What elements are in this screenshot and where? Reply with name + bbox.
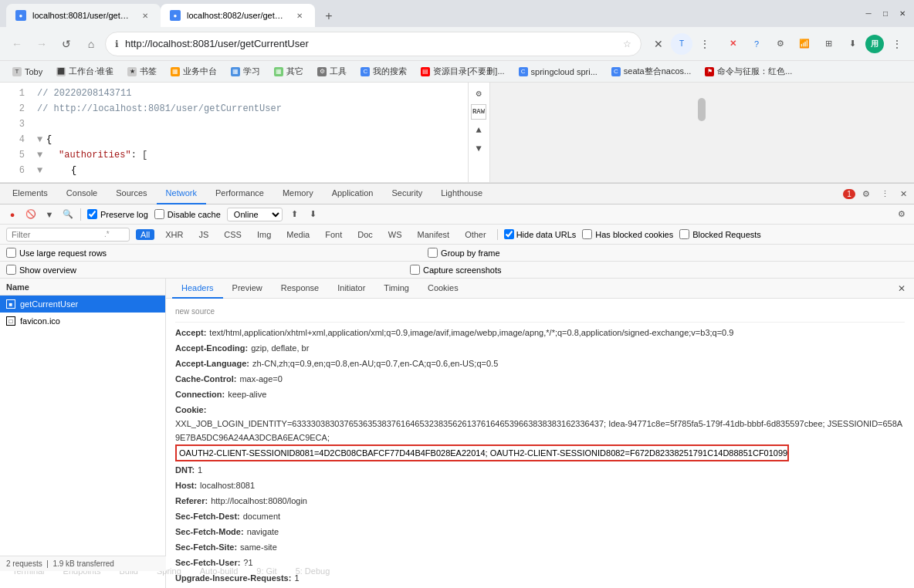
devtools-tab-lighthouse[interactable]: Lighthouse	[432, 183, 492, 204]
extension-4[interactable]: 📶	[794, 33, 815, 55]
json-expand-button[interactable]: ▲	[471, 123, 486, 138]
filter-font-button[interactable]: Font	[320, 229, 347, 240]
has-blocked-cookies-label[interactable]: Has blocked cookies	[582, 229, 673, 239]
devtools-settings-button[interactable]: ⚙	[858, 186, 874, 201]
minimize-button[interactable]: ─	[863, 8, 874, 19]
extension-6[interactable]: ⬇	[841, 33, 863, 55]
blocked-requests-label[interactable]: Blocked Requests	[679, 229, 761, 239]
filter-css-button[interactable]: CSS	[219, 229, 246, 240]
taskbar-git[interactable]: 9: Git	[250, 565, 283, 577]
profile-green[interactable]: 用	[865, 35, 884, 53]
filter-img-button[interactable]: Img	[252, 229, 276, 240]
network-settings-button[interactable]: ⚙	[895, 208, 908, 221]
filter-js-button[interactable]: JS	[194, 229, 213, 240]
bookmark-bookmarks[interactable]: ★ 书签	[121, 64, 163, 79]
devtools-tab-performance[interactable]: Performance	[206, 183, 273, 204]
tab-2[interactable]: ● localhost:8082/user/getCur... ✕	[161, 4, 315, 27]
json-collapse-button[interactable]: ▼	[471, 141, 486, 157]
json-settings-button[interactable]: ⚙	[471, 86, 486, 101]
maximize-button[interactable]: □	[880, 8, 891, 19]
details-tab-initiator[interactable]: Initiator	[328, 279, 374, 299]
profile-button[interactable]: T	[671, 33, 692, 55]
details-tab-preview[interactable]: Preview	[223, 279, 272, 299]
import-button[interactable]: ⬆	[289, 208, 301, 221]
filter-media-button[interactable]: Media	[282, 229, 314, 240]
group-by-frame-label[interactable]: Group by frame	[428, 248, 499, 258]
taskbar-auto-build[interactable]: Auto-build	[194, 565, 245, 577]
details-tab-headers[interactable]: Headers	[172, 279, 223, 299]
filter-doc-button[interactable]: Doc	[353, 229, 377, 240]
bookmark-other[interactable]: ▦ 其它	[268, 64, 310, 79]
bookmark-workspace[interactable]: ⬛ 工作台·谁雀	[50, 64, 120, 79]
reload-button[interactable]: ↺	[56, 33, 77, 55]
search-button[interactable]: 🔍	[62, 208, 74, 221]
bookmark-study[interactable]: ▦ 学习	[225, 64, 266, 79]
devtools-more-button[interactable]: ⋮	[877, 186, 892, 201]
extension-2[interactable]: ?	[746, 33, 767, 55]
extension-5[interactable]: ⊞	[818, 33, 839, 55]
bookmark-toby[interactable]: T Toby	[6, 66, 49, 78]
devtools-tab-security[interactable]: Security	[382, 183, 432, 204]
group-by-frame-checkbox[interactable]	[428, 248, 438, 258]
devtools-tab-application[interactable]: Application	[323, 183, 383, 204]
forward-button[interactable]: →	[31, 33, 52, 55]
close-details-panel-button[interactable]: ✕	[895, 282, 908, 295]
clear-button[interactable]: 🚫	[25, 208, 37, 221]
show-overview-checkbox[interactable]	[6, 265, 16, 275]
export-button[interactable]: ⬇	[307, 208, 320, 221]
browser-menu-button[interactable]: ⋮	[694, 33, 716, 55]
address-bar[interactable]: ℹ ☆	[105, 32, 641, 56]
use-large-rows-checkbox[interactable]	[6, 248, 16, 258]
back-button[interactable]: ←	[6, 33, 28, 55]
hide-data-urls-label[interactable]: Hide data URLs	[504, 229, 577, 239]
devtools-tab-network[interactable]: Network	[157, 183, 206, 204]
bookmark-springcloud[interactable]: C springcloud spri...	[513, 66, 604, 78]
disable-cache-checkbox[interactable]	[154, 209, 164, 219]
capture-screenshots-label[interactable]: Capture screenshots	[410, 265, 502, 275]
filter-all-button[interactable]: All	[136, 229, 154, 240]
headers-content[interactable]: new source Accept: text/html,application…	[166, 299, 914, 588]
request-item-getcurrentuser[interactable]: ■ getCurrentUser	[0, 296, 165, 313]
home-button[interactable]: ⌂	[80, 33, 102, 55]
extension-3[interactable]: ⚙	[770, 33, 791, 55]
close-button[interactable]: ✕	[897, 8, 908, 19]
bookmark-tools[interactable]: ⚙ 工具	[311, 64, 353, 79]
filter-ws-button[interactable]: WS	[384, 229, 407, 240]
blocked-requests-checkbox[interactable]	[679, 229, 689, 239]
throttling-select[interactable]: Online Slow 3G Fast 3G	[227, 208, 283, 221]
devtools-tab-memory[interactable]: Memory	[273, 183, 323, 204]
show-overview-label[interactable]: Show overview	[6, 265, 76, 275]
filter-manifest-button[interactable]: Manifest	[413, 229, 455, 240]
more-menu[interactable]: ⋮	[886, 33, 908, 55]
taskbar-debug[interactable]: 5: Debug	[289, 565, 337, 577]
devtools-tab-sources[interactable]: Sources	[107, 183, 156, 204]
capture-screenshots-checkbox[interactable]	[410, 265, 420, 275]
use-large-rows-label[interactable]: Use large request rows	[6, 248, 107, 258]
new-tab-button[interactable]: +	[318, 5, 340, 27]
bookmark-command[interactable]: ⚑ 命令与征服：红色...	[699, 64, 798, 79]
extension-1[interactable]: ✕	[722, 33, 743, 55]
has-blocked-cookies-checkbox[interactable]	[582, 229, 592, 239]
bookmark-search[interactable]: C 我的搜索	[354, 64, 413, 79]
json-scrollbar[interactable]	[489, 83, 915, 182]
details-tab-timing[interactable]: Timing	[374, 279, 418, 299]
filter-button[interactable]: ▼	[43, 208, 56, 221]
disable-cache-label[interactable]: Disable cache	[154, 209, 221, 219]
bookmark-resource[interactable]: ▤ 资源目录[不要删]...	[415, 64, 510, 79]
tab-1-close[interactable]: ✕	[139, 9, 151, 22]
devtools-tab-console[interactable]: Console	[57, 183, 107, 204]
tab-1[interactable]: ● localhost:8081/user/getCur... ✕	[6, 4, 161, 27]
filter-other-button[interactable]: Other	[460, 229, 491, 240]
record-button[interactable]: ●	[6, 208, 19, 221]
devtools-close-button[interactable]: ✕	[895, 186, 911, 201]
hide-data-urls-checkbox[interactable]	[504, 229, 514, 239]
request-item-favicon[interactable]: □ favicon.ico	[0, 313, 165, 329]
preserve-log-label[interactable]: Preserve log	[87, 209, 148, 219]
bookmark-seata[interactable]: C seata整合nacos...	[605, 64, 697, 79]
filter-input-wrap[interactable]: .*	[6, 228, 130, 242]
extensions-button[interactable]: ✕	[648, 33, 669, 55]
devtools-tab-elements[interactable]: Elements	[3, 183, 57, 204]
preserve-log-checkbox[interactable]	[87, 209, 97, 219]
json-raw-button[interactable]: RAW	[471, 104, 486, 120]
filter-input[interactable]	[12, 230, 104, 239]
